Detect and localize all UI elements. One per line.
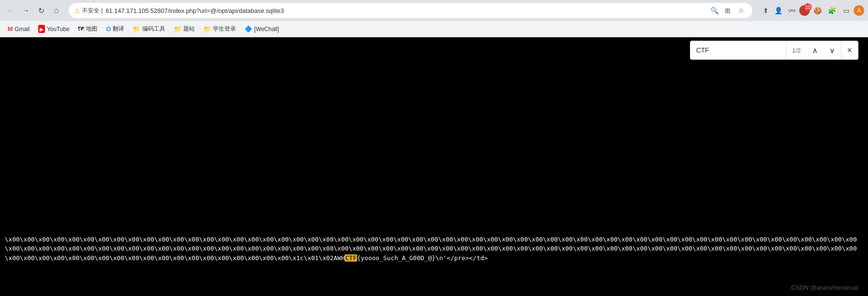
url-separator: | (101, 7, 103, 14)
find-popup: 1/2 ∧ ∨ × (690, 41, 858, 60)
ext-orange[interactable]: 🍪 (811, 4, 824, 17)
warning-icon: ⚠ (74, 7, 80, 14)
page-content: \x00\x00\x00\x00\x00\x00\x00\x00\x00\x00… (0, 235, 868, 263)
back-button[interactable]: ← (4, 4, 17, 17)
folder-student-icon: 📁 (203, 25, 211, 33)
ext-glasses[interactable]: 👓 (785, 4, 798, 17)
folder-tools-icon: 📁 (133, 25, 140, 33)
glasses-icon: 👓 (785, 4, 798, 17)
forward-button[interactable]: → (19, 4, 32, 17)
youtube-icon: ▶ (38, 25, 45, 33)
reload-button[interactable]: ↻ (34, 4, 48, 17)
bookmark-gmail[interactable]: M Gmail (4, 23, 33, 34)
bookmark-student[interactable]: 📁 学生登录 (200, 23, 240, 35)
find-close-button[interactable]: × (841, 41, 858, 59)
avatar-icon: A (854, 5, 864, 16)
bookmark-star-button[interactable]: ☆ (735, 5, 747, 16)
bookmark-youtube[interactable]: ▶ YouTube (34, 23, 73, 35)
bookmark-tools-label: 编码工具 (142, 25, 165, 33)
bookmark-problems-label: 题站 (183, 25, 195, 33)
url-text: 61.147.171.105:52807/index.php?url=@/opt… (106, 7, 706, 14)
bookmark-wechall[interactable]: 🔷 [WeChall] (241, 23, 283, 34)
bookmark-translate-label: 翻译 (113, 25, 124, 33)
puzzle-icon: 🧩 (825, 4, 838, 17)
find-prev-button[interactable]: ∧ (806, 41, 824, 59)
nav-bar: ← → ↻ ⌂ ⚠ 不安全 | 61.147.171.105:52807/ind… (0, 0, 868, 21)
gmail-icon: M (8, 25, 13, 33)
ext-circle-red[interactable]: 10 (799, 5, 810, 16)
flag-content: {yoooo_Such_A_G00D_@}\n'</pre></td> (357, 254, 488, 262)
maps-icon: 🗺 (78, 25, 84, 33)
share-button[interactable]: ⬆ (760, 5, 772, 16)
bookmark-student-label: 学生登录 (213, 25, 236, 33)
bookmarks-bar: M Gmail ▶ YouTube 🗺 地图 O 翻译 📁 编码工具 📁 题站 … (0, 21, 868, 37)
address-bar[interactable]: ⚠ 不安全 | 61.147.171.105:52807/index.php?u… (69, 3, 752, 18)
ctf-highlight: CTF (345, 254, 357, 262)
find-input[interactable] (690, 41, 786, 59)
security-warning: ⚠ 不安全 | (74, 7, 103, 15)
wechall-icon: 🔷 (244, 25, 252, 33)
find-next-button[interactable]: ∨ (824, 41, 841, 59)
browser-chrome: ← → ↻ ⌂ ⚠ 不安全 | 61.147.171.105:52807/ind… (0, 0, 868, 37)
translate-page-button[interactable]: ⊞ (722, 5, 733, 16)
folder-problems-icon: 📁 (174, 25, 181, 33)
bookmark-wechall-label: [WeChall] (254, 26, 279, 33)
bookmark-tools[interactable]: 📁 编码工具 (129, 23, 169, 35)
address-icons: 🔍 ⊞ ☆ (709, 5, 747, 16)
back-icon: ← (7, 6, 14, 15)
window-icon: ▭ (839, 4, 853, 17)
find-count: 1/2 (786, 41, 806, 59)
reload-icon: ↻ (38, 6, 44, 15)
bookmark-maps-label: 地图 (86, 25, 97, 33)
csdn-watermark: CSDN @asenzhenshuai (791, 284, 858, 291)
security-label: 不安全 (82, 7, 99, 15)
main-content: \x00\x00\x00\x00\x00\x00\x00\x00\x00\x00… (0, 37, 868, 296)
bookmark-gmail-label: Gmail (15, 26, 30, 33)
ext-puzzle[interactable]: 🧩 (825, 4, 838, 17)
ext-window[interactable]: ▭ (839, 4, 853, 17)
home-icon: ⌂ (54, 6, 59, 15)
search-lens-button[interactable]: 🔍 (709, 5, 720, 16)
translate-icon: O (106, 25, 111, 33)
bookmark-problems[interactable]: 📁 题站 (170, 23, 199, 35)
bookmark-maps[interactable]: 🗺 地图 (74, 23, 101, 35)
forward-icon: → (22, 6, 30, 15)
bookmark-youtube-label: YouTube (47, 26, 69, 33)
browser-action-icons: ⬆ 👤 👓 10 🍪 🧩 ▭ A (760, 4, 864, 17)
ext-avatar[interactable]: A (854, 5, 864, 16)
cookie-icon: 🍪 (811, 4, 824, 17)
bookmark-translate[interactable]: O 翻译 (102, 23, 128, 35)
home-button[interactable]: ⌂ (50, 4, 63, 17)
profile-button[interactable]: 👤 (773, 5, 784, 16)
